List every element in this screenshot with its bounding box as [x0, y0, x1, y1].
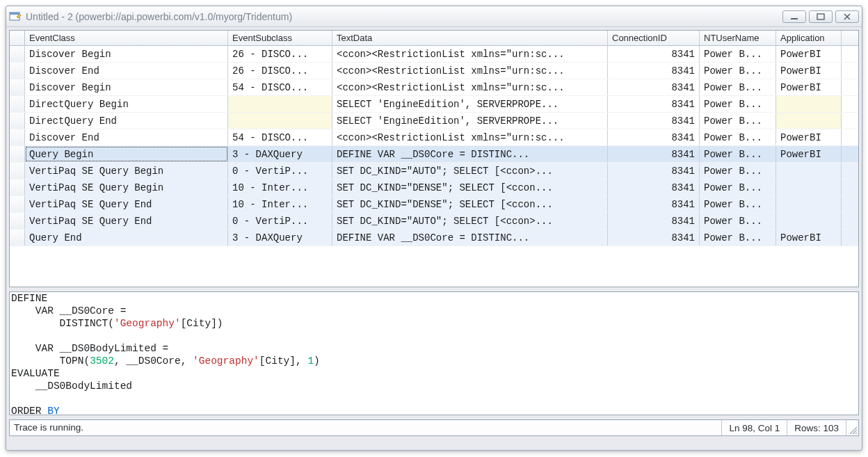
cell-cid[interactable]: 8341: [608, 230, 700, 246]
row-header[interactable]: [10, 179, 25, 195]
cell-ec[interactable]: DirectQuery End: [25, 113, 228, 129]
cell-cid[interactable]: 8341: [608, 113, 700, 129]
col-header-eventsubclass[interactable]: EventSubclass: [228, 31, 332, 45]
table-row[interactable]: DirectQuery Begin SELECT 'EngineEdition'…: [10, 96, 858, 113]
cell-td[interactable]: SET DC_KIND="DENSE"; SELECT [<ccon...: [332, 196, 608, 212]
cell-td[interactable]: SELECT 'EngineEdition', SERVERPROPE...: [332, 113, 608, 129]
grid-corner[interactable]: [10, 31, 25, 45]
table-row[interactable]: DirectQuery End SELECT 'EngineEdition', …: [10, 113, 858, 129]
cell-ec[interactable]: Query Begin: [25, 146, 228, 162]
cell-td[interactable]: DEFINE VAR __DS0Core = DISTINC...: [332, 146, 608, 162]
cell-nt[interactable]: Power B...: [700, 213, 776, 229]
detail-pane[interactable]: DEFINE VAR __DS0Core = DISTINCT('Geograp…: [9, 291, 859, 415]
cell-td[interactable]: SET DC_KIND="DENSE"; SELECT [<ccon...: [332, 179, 608, 195]
cell-nt[interactable]: Power B...: [700, 96, 776, 112]
cell-app[interactable]: [776, 213, 842, 229]
cell-cid[interactable]: 8341: [608, 163, 700, 179]
cell-app[interactable]: [776, 96, 842, 112]
cell-esc[interactable]: 3 - DAXQuery: [228, 230, 332, 246]
row-header[interactable]: [10, 163, 25, 179]
table-row[interactable]: Discover End26 - DISCO...<ccon><Restrict…: [10, 63, 858, 79]
cell-esc[interactable]: 26 - DISCO...: [228, 46, 332, 62]
cell-app[interactable]: PowerBI: [776, 79, 842, 95]
cell-ec[interactable]: VertiPaq SE Query Begin: [25, 179, 228, 195]
col-header-textdata[interactable]: TextData: [332, 31, 608, 45]
cell-td[interactable]: <ccon><RestrictionList xmlns="urn:sc...: [332, 46, 608, 62]
resize-grip[interactable]: [846, 420, 858, 435]
cell-app[interactable]: PowerBI: [776, 129, 842, 145]
table-row[interactable]: VertiPaq SE Query End10 - Inter...SET DC…: [10, 196, 858, 213]
cell-td[interactable]: SET DC_KIND="AUTO"; SELECT [<ccon>...: [332, 213, 608, 229]
cell-nt[interactable]: Power B...: [700, 230, 776, 246]
cell-app[interactable]: PowerBI: [776, 63, 842, 79]
cell-esc[interactable]: 3 - DAXQuery: [228, 146, 332, 162]
cell-esc[interactable]: [228, 96, 332, 112]
cell-nt[interactable]: Power B...: [700, 113, 776, 129]
cell-nt[interactable]: Power B...: [700, 146, 776, 162]
cell-nt[interactable]: Power B...: [700, 63, 776, 79]
cell-app[interactable]: [776, 113, 842, 129]
cell-ec[interactable]: DirectQuery Begin: [25, 96, 228, 112]
col-header-application[interactable]: Application: [776, 31, 842, 45]
cell-cid[interactable]: 8341: [608, 46, 700, 62]
cell-ec[interactable]: Discover End: [25, 63, 228, 79]
event-grid[interactable]: EventClass EventSubclass TextData Connec…: [9, 30, 859, 287]
cell-esc[interactable]: 0 - VertiP...: [228, 213, 332, 229]
row-header[interactable]: [10, 63, 25, 79]
cell-esc[interactable]: 0 - VertiP...: [228, 163, 332, 179]
table-row[interactable]: VertiPaq SE Query Begin0 - VertiP...SET …: [10, 163, 858, 179]
minimize-button[interactable]: [782, 10, 806, 23]
close-button[interactable]: [835, 10, 859, 23]
table-row[interactable]: Query Begin3 - DAXQueryDEFINE VAR __DS0C…: [10, 146, 858, 163]
cell-app[interactable]: [776, 196, 842, 212]
col-header-connectionid[interactable]: ConnectionID: [608, 31, 700, 45]
cell-td[interactable]: <ccon><RestrictionList xmlns="urn:sc...: [332, 129, 608, 145]
cell-app[interactable]: PowerBI: [776, 146, 842, 162]
cell-app[interactable]: PowerBI: [776, 230, 842, 246]
cell-ec[interactable]: VertiPaq SE Query Begin: [25, 163, 228, 179]
cell-ec[interactable]: Query End: [25, 230, 228, 246]
cell-cid[interactable]: 8341: [608, 196, 700, 212]
cell-td[interactable]: <ccon><RestrictionList xmlns="urn:sc...: [332, 63, 608, 79]
titlebar[interactable]: Untitled - 2 (powerbi://api.powerbi.com/…: [6, 6, 862, 27]
cell-nt[interactable]: Power B...: [700, 79, 776, 95]
cell-td[interactable]: DEFINE VAR __DS0Core = DISTINC...: [332, 230, 608, 246]
table-row[interactable]: Discover End54 - DISCO...<ccon><Restrict…: [10, 129, 858, 146]
maximize-button[interactable]: [809, 10, 833, 23]
cell-cid[interactable]: 8341: [608, 96, 700, 112]
row-header[interactable]: [10, 230, 25, 246]
cell-nt[interactable]: Power B...: [700, 196, 776, 212]
cell-esc[interactable]: [228, 113, 332, 129]
row-header[interactable]: [10, 196, 25, 212]
row-header[interactable]: [10, 146, 25, 162]
cell-esc[interactable]: 10 - Inter...: [228, 196, 332, 212]
grid-body[interactable]: Discover Begin26 - DISCO...<ccon><Restri…: [10, 46, 858, 287]
cell-ec[interactable]: VertiPaq SE Query End: [25, 196, 228, 212]
cell-cid[interactable]: 8341: [608, 63, 700, 79]
cell-app[interactable]: [776, 179, 842, 195]
cell-cid[interactable]: 8341: [608, 146, 700, 162]
cell-esc[interactable]: 26 - DISCO...: [228, 63, 332, 79]
cell-ec[interactable]: VertiPaq SE Query End: [25, 213, 228, 229]
row-header[interactable]: [10, 79, 25, 95]
table-row[interactable]: Query End3 - DAXQueryDEFINE VAR __DS0Cor…: [10, 230, 858, 246]
row-header[interactable]: [10, 96, 25, 112]
cell-esc[interactable]: 54 - DISCO...: [228, 129, 332, 145]
table-row[interactable]: VertiPaq SE Query Begin10 - Inter...SET …: [10, 179, 858, 196]
cell-nt[interactable]: Power B...: [700, 163, 776, 179]
cell-td[interactable]: SET DC_KIND="AUTO"; SELECT [<ccon>...: [332, 163, 608, 179]
table-row[interactable]: Discover Begin54 - DISCO...<ccon><Restri…: [10, 79, 858, 96]
cell-ec[interactable]: Discover Begin: [25, 79, 228, 95]
col-header-eventclass[interactable]: EventClass: [25, 31, 228, 45]
cell-nt[interactable]: Power B...: [700, 179, 776, 195]
row-header[interactable]: [10, 129, 25, 145]
cell-cid[interactable]: 8341: [608, 213, 700, 229]
row-header[interactable]: [10, 46, 25, 62]
row-header[interactable]: [10, 113, 25, 129]
cell-esc[interactable]: 54 - DISCO...: [228, 79, 332, 95]
col-header-ntusername[interactable]: NTUserName: [700, 31, 776, 45]
cell-app[interactable]: PowerBI: [776, 46, 842, 62]
cell-cid[interactable]: 8341: [608, 129, 700, 145]
cell-nt[interactable]: Power B...: [700, 129, 776, 145]
cell-td[interactable]: SELECT 'EngineEdition', SERVERPROPE...: [332, 96, 608, 112]
